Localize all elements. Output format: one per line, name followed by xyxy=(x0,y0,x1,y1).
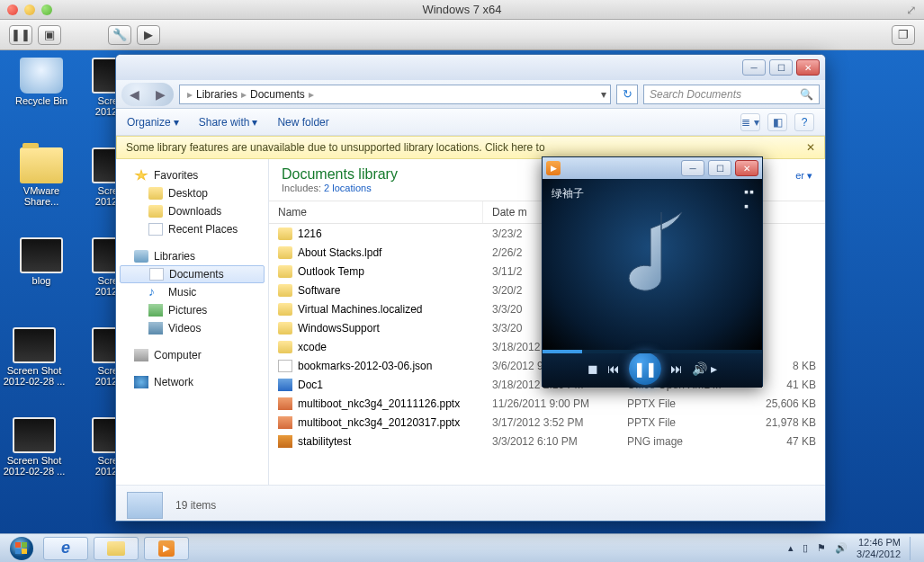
svg-rect-1 xyxy=(15,542,21,548)
search-input[interactable]: Search Documents 🔍 xyxy=(643,85,820,104)
folder-icon xyxy=(148,187,163,200)
host-settings-button[interactable]: 🔧 xyxy=(108,25,131,45)
wmp-volume-button[interactable]: 🔊 ▸ xyxy=(692,361,717,376)
wmp-minimize-button[interactable]: ─ xyxy=(681,160,704,176)
refresh-button[interactable]: ↻ xyxy=(616,85,638,104)
desktop-icon[interactable]: VMware Share... xyxy=(7,147,76,207)
libraries-group[interactable]: Libraries xyxy=(116,247,268,265)
file-date: 3/3/2012 6:10 PM xyxy=(483,435,618,448)
folder-icon xyxy=(20,147,63,183)
chevron-down-icon: ▾ xyxy=(174,116,179,129)
file-name: xcode xyxy=(298,341,327,353)
explorer-minimize-button[interactable]: ─ xyxy=(742,59,766,76)
tray-battery-icon[interactable]: ▯ xyxy=(803,542,808,554)
fld-icon xyxy=(278,303,292,316)
network-icon xyxy=(134,376,148,388)
breadcrumb-bar[interactable]: ▸ Libraries ▸ Documents ▸ ▾ xyxy=(179,85,611,104)
file-name: About Stacks.lpdf xyxy=(298,246,381,259)
nav-desktop[interactable]: Desktop xyxy=(116,184,268,202)
wmp-next-button[interactable]: ⏭ xyxy=(670,361,683,376)
organize-menu[interactable]: Organize ▾ xyxy=(127,116,179,129)
folder-icon xyxy=(107,541,125,556)
status-thumbnail xyxy=(127,492,163,519)
desktop-icon[interactable]: Recycle Bin xyxy=(7,58,76,106)
videos-icon xyxy=(148,322,163,335)
tray-show-hidden-icon[interactable]: ▴ xyxy=(788,542,794,554)
nav-documents[interactable]: Documents xyxy=(120,265,265,283)
taskbar-explorer-button[interactable] xyxy=(94,537,139,560)
col-size[interactable] xyxy=(753,201,825,223)
file-size: 25,606 KB xyxy=(753,397,825,410)
document-icon xyxy=(149,268,164,281)
tray-clock[interactable]: 12:46 PM 3/24/2012 xyxy=(857,537,901,560)
file-name: multiboot_nkc3g4_20111126.pptx xyxy=(298,397,460,410)
host-run-button[interactable]: ▶ xyxy=(137,25,160,45)
wmp-stop-button[interactable]: ◼ xyxy=(588,361,598,376)
nav-music[interactable]: ♪Music xyxy=(116,283,268,301)
file-row[interactable]: multiboot_nkc3g4_20120317.pptx3/17/2012 … xyxy=(269,413,825,432)
nav-downloads[interactable]: Downloads xyxy=(116,202,268,220)
col-name[interactable]: Name xyxy=(269,201,483,223)
breadcrumb-dropdown-icon[interactable]: ▾ xyxy=(601,88,606,101)
explorer-titlebar[interactable]: ─ ☐ ✕ xyxy=(116,55,825,80)
breadcrumb-libraries[interactable]: Libraries xyxy=(196,88,238,101)
includes-link[interactable]: 2 locations xyxy=(324,183,372,193)
svg-rect-4 xyxy=(22,549,27,554)
nav-network[interactable]: Network xyxy=(116,373,268,391)
wmp-titlebar[interactable]: ▶ ─ ☐ ✕ xyxy=(543,157,762,179)
host-snapshot-button[interactable]: ▣ xyxy=(38,25,61,45)
star-icon xyxy=(134,169,148,182)
taskbar-wmp-button[interactable]: ▶ xyxy=(144,537,189,560)
tray-volume-icon[interactable]: 🔊 xyxy=(835,542,848,554)
host-pause-button[interactable]: ❚❚ xyxy=(9,25,32,45)
arrange-by-menu[interactable]: er ▾ xyxy=(795,170,812,182)
docx-icon xyxy=(278,379,292,391)
file-row[interactable]: multiboot_nkc3g4_20111126.pptx11/26/2011… xyxy=(269,394,825,413)
show-desktop-button[interactable] xyxy=(910,537,919,560)
explorer-close-button[interactable]: ✕ xyxy=(796,59,820,76)
wmp-visualization[interactable]: 绿袖子 ▪▪▪ xyxy=(543,179,762,350)
file-size: 47 KB xyxy=(753,435,825,448)
wmp-prev-button[interactable]: ⏮ xyxy=(607,361,620,376)
file-type: PNG image xyxy=(618,435,753,448)
nav-recent-places[interactable]: Recent Places xyxy=(116,220,268,238)
wmp-controls: ◼ ⏮ ❚❚ ⏭ 🔊 ▸ xyxy=(543,350,762,388)
file-name: 1216 xyxy=(298,227,322,240)
wmp-pause-button[interactable]: ❚❚ xyxy=(629,352,661,385)
desktop-icon[interactable]: Screen Shot2012-02-28 ... xyxy=(0,417,68,477)
breadcrumb-documents[interactable]: Documents xyxy=(250,88,305,101)
navigation-pane: Favorites Desktop Downloads Recent Place… xyxy=(116,159,269,485)
wmp-switch-mode-icon[interactable]: ▪▪▪ xyxy=(744,184,755,213)
desktop-icon[interactable]: blog xyxy=(7,237,76,286)
host-windows-button[interactable]: ❐ xyxy=(892,25,915,45)
desktop-icon[interactable]: Screen Shot2012-02-28 ... xyxy=(0,327,68,387)
help-button[interactable]: ? xyxy=(794,113,814,131)
search-icon: 🔍 xyxy=(800,88,813,101)
tray-action-center-icon[interactable]: ⚑ xyxy=(817,542,826,554)
share-menu[interactable]: Share with ▾ xyxy=(199,116,258,129)
preview-pane-button[interactable]: ◧ xyxy=(767,113,787,131)
wmp-maximize-button[interactable]: ☐ xyxy=(708,160,731,176)
file-date: 3/17/2012 3:52 PM xyxy=(483,416,618,429)
nav-back-forward[interactable]: ◀▶ xyxy=(121,83,174,106)
file-row[interactable]: stabilitytest3/3/2012 6:10 PMPNG image47… xyxy=(269,432,825,450)
notice-close-icon[interactable]: ✕ xyxy=(806,141,815,154)
bin-icon xyxy=(20,58,63,94)
fld-icon xyxy=(278,227,292,240)
system-tray: ▴ ▯ ⚑ 🔊 12:46 PM 3/24/2012 xyxy=(788,537,919,560)
wmp-close-button[interactable]: ✕ xyxy=(735,160,758,176)
nav-videos[interactable]: Videos xyxy=(116,319,268,337)
new-folder-button[interactable]: New folder xyxy=(277,116,328,129)
guest-desktop[interactable]: Recycle BinScreen2012-03VMware Share...S… xyxy=(0,50,924,533)
taskbar-ie-button[interactable]: e xyxy=(43,537,88,560)
explorer-maximize-button[interactable]: ☐ xyxy=(769,59,793,76)
wmp-seek-bar[interactable] xyxy=(543,350,762,353)
fld-icon xyxy=(278,322,292,335)
view-mode-button[interactable]: ≣ ▾ xyxy=(740,113,760,131)
start-button[interactable] xyxy=(5,536,38,561)
favorites-group[interactable]: Favorites xyxy=(116,166,268,184)
folder-icon xyxy=(148,205,163,218)
nav-computer[interactable]: Computer xyxy=(116,346,268,364)
nav-pictures[interactable]: Pictures xyxy=(116,301,268,319)
explorer-address-row: ◀▶ ▸ Libraries ▸ Documents ▸ ▾ ↻ Search … xyxy=(116,80,825,109)
